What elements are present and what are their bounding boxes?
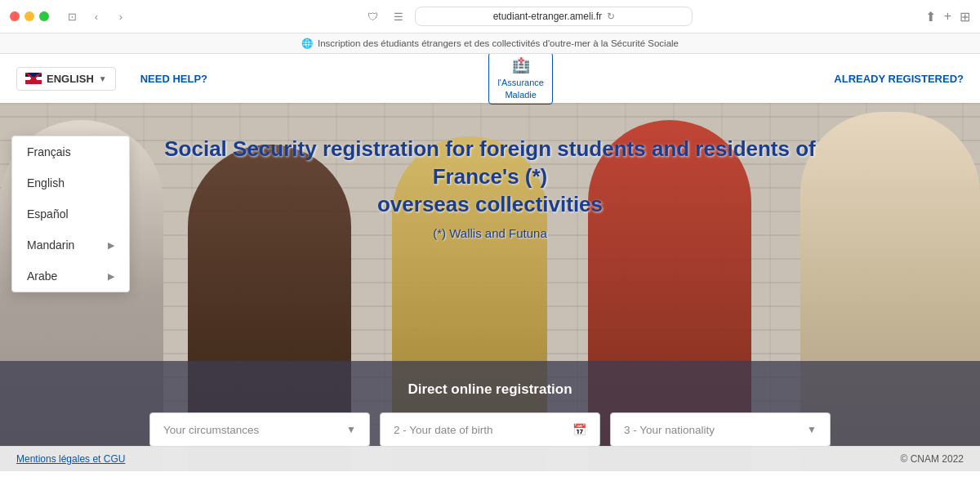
traffic-lights <box>10 11 49 21</box>
dob-select[interactable]: 2 - Your date of birth 📅 <box>380 412 600 447</box>
form-title: Direct online registration <box>16 381 964 398</box>
lang-label: ENGLISH <box>47 73 94 85</box>
back-button[interactable]: ‹ <box>87 7 106 26</box>
lang-option-francais[interactable]: Français <box>12 136 129 167</box>
submenu-arrow-icon: ▶ <box>108 240 114 251</box>
browser-titlebar: ⊡ ‹ › 🛡 ☰ etudiant-etranger.ameli.fr ↻ ⬆… <box>0 0 980 33</box>
lang-arabe-label: Arabe <box>27 270 57 283</box>
lang-option-mandarin[interactable]: Mandarin ▶ <box>12 229 129 261</box>
lang-espanol-label: Español <box>27 207 69 221</box>
logo-line1: l'Assurance <box>497 77 544 88</box>
notification-icon: 🌐 <box>301 38 313 49</box>
circumstances-label: Your circumstances <box>163 424 259 436</box>
language-dropdown-menu: Français English Español Mandarin ▶ Arab… <box>11 136 130 292</box>
hero-title-line1: Social Security registration for foreign… <box>164 136 815 189</box>
shield-icon: 🛡 <box>363 7 382 26</box>
language-selector[interactable]: ENGLISH ▼ <box>16 67 116 91</box>
submenu-arrow-icon: ▶ <box>108 271 114 282</box>
close-button[interactable] <box>10 11 20 21</box>
hero-section: Social Security registration for foreign… <box>0 103 980 471</box>
chevron-down-icon: ▼ <box>807 424 817 435</box>
need-help-link[interactable]: NEED HELP? <box>140 73 207 85</box>
lang-option-espanol[interactable]: Español <box>12 198 129 229</box>
hero-content: Social Security registration for foreign… <box>0 103 980 240</box>
reload-icon[interactable]: ↻ <box>607 11 615 22</box>
navbar-logo: 🏥 l'Assurance Maladie <box>488 54 553 105</box>
calendar-icon: 📅 <box>572 423 586 436</box>
form-fields: Your circumstances ▼ 2 - Your date of bi… <box>122 412 858 447</box>
lang-english-label: English <box>27 176 65 189</box>
circumstances-select[interactable]: Your circumstances ▼ <box>149 412 370 447</box>
dob-label: 2 - Your date of birth <box>394 424 493 436</box>
share-icon[interactable]: ⬆ <box>925 9 936 25</box>
notification-bar: 🌐 Inscription des étudiants étrangers et… <box>0 33 980 54</box>
address-bar[interactable]: etudiant-etranger.ameli.fr ↻ <box>415 7 693 26</box>
address-bar-container: 🛡 ☰ etudiant-etranger.ameli.fr ↻ <box>137 7 919 26</box>
hero-title-line2: overseas collectivities <box>377 192 603 216</box>
maximize-button[interactable] <box>39 11 49 21</box>
legal-link[interactable]: Mentions légales et CGU <box>16 453 125 465</box>
lang-francais-label: Français <box>27 145 71 158</box>
forward-button[interactable]: › <box>111 7 131 26</box>
flag-icon <box>25 73 42 84</box>
notification-text: Inscription des étudiants étrangers et d… <box>318 38 679 48</box>
chevron-down-icon: ▼ <box>346 424 356 435</box>
browser-chrome: ⊡ ‹ › 🛡 ☰ etudiant-etranger.ameli.fr ↻ ⬆… <box>0 0 980 54</box>
page-wrapper: ENGLISH ▼ NEED HELP? 🏥 l'Assurance Malad… <box>0 54 980 471</box>
lang-mandarin-label: Mandarin <box>27 238 74 252</box>
minimize-button[interactable] <box>24 11 34 21</box>
hero-title: Social Security registration for foreign… <box>122 136 858 218</box>
copyright-text: © CNAM 2022 <box>900 453 964 465</box>
browser-actions: ⬆ + ⊞ <box>925 9 970 25</box>
url-text: etudiant-etranger.ameli.fr <box>493 11 602 22</box>
navbar: ENGLISH ▼ NEED HELP? 🏥 l'Assurance Malad… <box>0 54 980 103</box>
nationality-select[interactable]: 3 - Your nationality ▼ <box>610 412 831 447</box>
sidebar-toggle[interactable]: ⊡ <box>62 7 82 26</box>
new-tab-icon[interactable]: + <box>944 9 951 24</box>
lang-option-english[interactable]: English <box>12 167 129 198</box>
hero-subtitle: (*) Wallis and Futuna <box>433 226 547 240</box>
reader-mode-icon: ☰ <box>389 7 408 26</box>
nationality-label: 3 - Your nationality <box>624 424 715 436</box>
logo-icon: 🏥 <box>512 56 530 75</box>
tabs-icon[interactable]: ⊞ <box>960 9 970 25</box>
lang-option-arabe[interactable]: Arabe ▶ <box>12 261 129 292</box>
page-footer: Mentions légales et CGU © CNAM 2022 <box>0 446 980 471</box>
logo-line2: Maladie <box>505 89 537 100</box>
already-registered-link[interactable]: ALREADY REGISTERED? <box>834 73 964 85</box>
browser-controls: ⊡ ‹ › <box>62 7 131 26</box>
chevron-down-icon: ▼ <box>99 74 107 83</box>
logo-box: 🏥 l'Assurance Maladie <box>488 54 553 105</box>
